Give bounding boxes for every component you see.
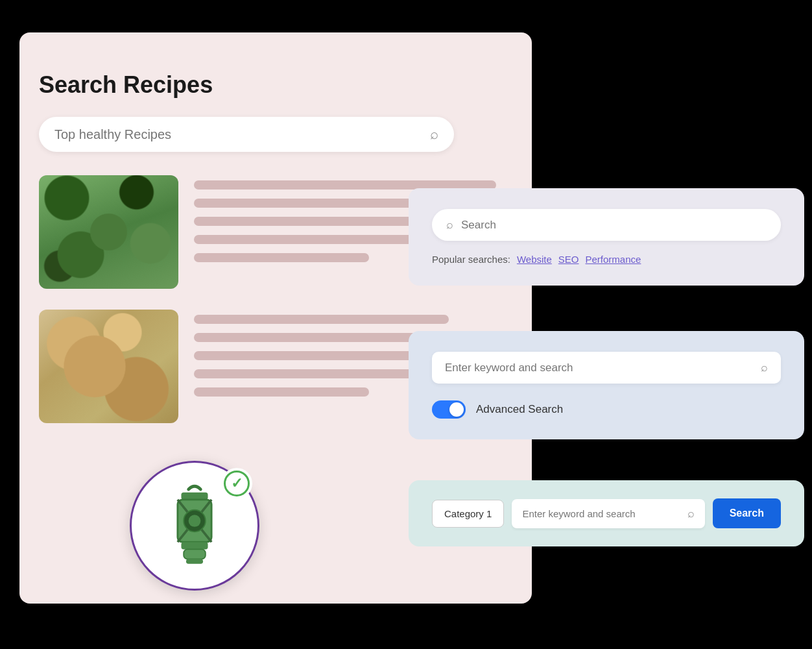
keyword-search-icon: ⌕: [761, 361, 768, 374]
category-search-row: Category 1 ⌕ Search: [432, 498, 781, 528]
category-badge[interactable]: Category 1: [432, 500, 504, 528]
panel-search-basic: ⌕ Popular searches: Website SEO Performa…: [409, 188, 804, 286]
recipe-line: [194, 387, 369, 397]
panel-category-search: Category 1 ⌕ Search: [409, 480, 804, 546]
keyword-search-input[interactable]: [445, 361, 753, 374]
recipe-line: [194, 253, 369, 262]
svg-rect-7: [184, 549, 206, 559]
search-icon: ⌕: [446, 218, 453, 232]
popular-searches-label: Popular searches:: [432, 254, 510, 265]
main-search-bar[interactable]: ⌕: [39, 117, 454, 152]
advanced-search-toggle[interactable]: [432, 400, 466, 419]
lantern-icon: [156, 480, 233, 571]
popular-searches: Popular searches: Website SEO Performanc…: [432, 254, 781, 265]
svg-rect-8: [186, 559, 203, 563]
category-search-button[interactable]: Search: [713, 498, 781, 528]
basic-search-input[interactable]: [461, 219, 767, 232]
popular-link-website[interactable]: Website: [517, 254, 552, 265]
recipe-line: [194, 315, 449, 324]
page-title: Search Recipes: [39, 71, 512, 99]
lantern-circle: ✓: [130, 461, 259, 591]
svg-rect-6: [181, 542, 208, 549]
advanced-search-row: Advanced Search: [432, 400, 781, 419]
category-search-icon: ⌕: [687, 507, 695, 520]
checkmark-badge: ✓: [221, 468, 252, 499]
main-search-input[interactable]: [54, 127, 430, 142]
recipe-image-salad: [39, 175, 178, 289]
svg-point-5: [189, 515, 201, 527]
popular-link-performance[interactable]: Performance: [586, 254, 641, 265]
advanced-search-label: Advanced Search: [476, 403, 563, 416]
category-input-row[interactable]: ⌕: [512, 499, 704, 528]
main-search-icon: ⌕: [430, 126, 438, 143]
panel-keyword-search: ⌕ Advanced Search: [409, 331, 804, 439]
category-search-input[interactable]: [522, 508, 680, 519]
toggle-knob: [449, 402, 464, 417]
basic-search-input-row[interactable]: ⌕: [432, 209, 781, 241]
popular-link-seo[interactable]: SEO: [558, 254, 579, 265]
svg-rect-0: [181, 493, 208, 500]
keyword-input-row[interactable]: ⌕: [432, 352, 781, 384]
recipe-image-pasta: [39, 310, 178, 423]
checkmark-icon: ✓: [224, 471, 250, 496]
